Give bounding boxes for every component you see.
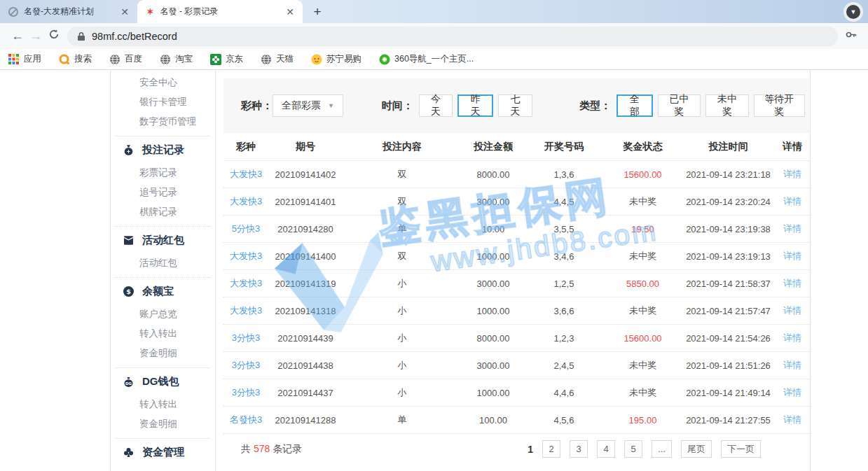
detail-link[interactable]: 详情 xyxy=(774,168,811,181)
pagination-bar: 共 578 条记录 1 2345...尾页下一页 xyxy=(223,434,810,464)
sidebar-divider xyxy=(115,438,211,439)
lottery-link[interactable]: 大发快3 xyxy=(223,250,268,262)
bet-time: 2021-09-14 21:57:47 xyxy=(682,306,774,316)
lottery-select[interactable]: 全部彩票 ▼ xyxy=(273,94,343,117)
address-bar[interactable]: 98mf.cc/betRecord xyxy=(67,27,838,46)
sidebar-section-活动红包[interactable]: 活动红包 xyxy=(111,231,215,249)
sidebar-item-银行卡管理[interactable]: 银行卡管理 xyxy=(111,92,215,112)
table-row: 大发快3202109141318小1000.003,6,6未中奖2021-09-… xyxy=(223,297,810,325)
bookmark-item[interactable]: 应用 xyxy=(8,53,41,65)
detail-link[interactable]: 详情 xyxy=(774,195,811,208)
type-filter-label: 类型： xyxy=(579,99,611,113)
sidebar-section-资金管理[interactable]: 资金管理 xyxy=(111,443,215,461)
detail-link[interactable]: 详情 xyxy=(774,250,811,262)
lottery-link[interactable]: 名發快3 xyxy=(223,414,268,426)
lottery-link[interactable]: 大发快3 xyxy=(223,195,268,208)
browser-tab-bet-record[interactable]: ✶ 名發 - 彩票记录 ✕ xyxy=(137,0,303,23)
tab-close-icon[interactable]: ✕ xyxy=(286,7,294,17)
detail-link[interactable]: 详情 xyxy=(774,414,811,426)
bet-time: 2021-09-14 23:21:18 xyxy=(682,169,774,180)
browser-window: 名發-大发精准计划 ✕ ✶ 名發 - 彩票记录 ✕ + ▼ ← → 98mf.c… xyxy=(0,0,868,471)
lottery-link[interactable]: 大发快3 xyxy=(223,277,268,290)
sidebar-divider xyxy=(115,136,211,136)
page-button-下一页[interactable]: 下一页 xyxy=(721,440,761,458)
detail-link[interactable]: 详情 xyxy=(774,332,811,344)
bookmark-item[interactable]: 百度 xyxy=(109,53,142,65)
sidebar-item-账户总览[interactable]: 账户总览 xyxy=(111,304,215,324)
bookmark-item[interactable]: 京东 xyxy=(210,53,243,65)
sidebar-section-DG钱包[interactable]: DGDG钱包 xyxy=(111,372,215,391)
sidebar-item-追号记录[interactable]: 追号记录 xyxy=(111,183,215,202)
sidebar-section-余额宝[interactable]: $余额宝 xyxy=(111,282,215,300)
detail-link[interactable]: 详情 xyxy=(774,359,811,372)
bet-amount: 3000.00 xyxy=(462,360,525,371)
tab-search-button[interactable]: ▼ xyxy=(843,2,863,22)
type-filter-button-已中奖[interactable]: 已中奖 xyxy=(658,94,701,117)
forward-button[interactable]: → xyxy=(27,29,45,43)
red-star-favicon: ✶ xyxy=(146,6,155,17)
detail-link[interactable]: 详情 xyxy=(774,223,811,235)
password-key-icon[interactable] xyxy=(845,29,857,43)
prize-status: 未中奖 xyxy=(603,386,682,399)
sidebar-item-转入转出[interactable]: 转入转出 xyxy=(111,395,215,414)
type-filter-button-等待开奖[interactable]: 等待开奖 xyxy=(754,94,805,117)
filter-bar: 彩种： 全部彩票 ▼ 时间： 今天昨天七天 类型： 全部已中奖未中奖等待开奖 xyxy=(223,78,810,133)
sidebar-item-资金明细[interactable]: 资金明细 xyxy=(111,344,215,363)
lottery-link[interactable]: 3分快3 xyxy=(223,359,268,372)
tab-close-icon[interactable]: ✕ xyxy=(120,7,129,17)
detail-link[interactable]: 详情 xyxy=(774,304,811,317)
page-button-5[interactable]: 5 xyxy=(624,440,642,458)
issue-number: 20210914439 xyxy=(268,333,343,344)
lottery-link[interactable]: 大发快3 xyxy=(223,168,268,181)
sidebar-item-棋牌记录[interactable]: 棋牌记录 xyxy=(111,202,215,222)
page-button-...[interactable]: ... xyxy=(652,440,672,458)
detail-link[interactable]: 详情 xyxy=(774,277,811,290)
detail-link[interactable]: 详情 xyxy=(774,386,811,399)
table-row: 3分快320210914439小8000.001,2,315600.002021… xyxy=(223,325,810,352)
prize-status: 未中奖 xyxy=(603,359,682,372)
table-row: 大发快3202109141319小3000.001,2,55850.002021… xyxy=(223,270,810,297)
time-filter-button-昨天[interactable]: 昨天 xyxy=(457,94,493,117)
chevron-down-icon: ▼ xyxy=(846,5,860,19)
prize-status: 15600.00 xyxy=(603,169,682,180)
tab-strip: 名發-大发精准计划 ✕ ✶ 名發 - 彩票记录 ✕ + ▼ xyxy=(0,0,868,23)
page-button-4[interactable]: 4 xyxy=(597,440,615,458)
browser-tab-plan[interactable]: 名發-大发精准计划 ✕ xyxy=(0,0,137,23)
issue-number: 20210914437 xyxy=(268,388,343,398)
type-filter-button-全部[interactable]: 全部 xyxy=(616,94,653,117)
back-button[interactable]: ← xyxy=(8,29,27,43)
issue-number: 20210914280 xyxy=(268,224,343,234)
sidebar-item-彩票记录[interactable]: 彩票记录 xyxy=(111,163,215,183)
sidebar-item-安全中心[interactable]: 安全中心 xyxy=(111,73,215,92)
sidebar-item-转入转出[interactable]: 转入转出 xyxy=(111,324,215,344)
bet-amount: 10.00 xyxy=(462,224,525,234)
lottery-link[interactable]: 3分快3 xyxy=(223,332,268,344)
bookmark-item[interactable]: 淘宝 xyxy=(160,53,193,65)
lottery-link[interactable]: 3分快3 xyxy=(223,386,268,399)
time-filter-button-今天[interactable]: 今天 xyxy=(419,94,453,117)
globe-icon xyxy=(109,54,120,65)
table-row: 大发快3202109141401双3000.004,4,5未中奖2021-09-… xyxy=(223,188,810,216)
lottery-link[interactable]: 大发快3 xyxy=(223,304,268,317)
bet-amount: 8000.00 xyxy=(462,333,525,344)
bookmark-item[interactable]: 苏宁易购 xyxy=(311,53,361,65)
page-button-尾页[interactable]: 尾页 xyxy=(681,440,712,458)
column-header: 投注时间 xyxy=(682,141,774,153)
time-filter-button-七天[interactable]: 七天 xyxy=(498,94,532,117)
page-button-2[interactable]: 2 xyxy=(542,440,560,458)
type-filter-button-未中奖[interactable]: 未中奖 xyxy=(705,94,749,117)
sidebar-item-活动红包[interactable]: 活动红包 xyxy=(111,253,215,273)
table-row: 大发快3202109141400双1000.003,4,6未中奖2021-09-… xyxy=(223,243,810,270)
page-button-3[interactable]: 3 xyxy=(570,440,588,458)
bookmark-item[interactable]: 360导航_一个主页... xyxy=(379,53,474,65)
bookmark-item[interactable]: 天猫 xyxy=(261,53,294,65)
bookmark-item[interactable]: 搜索 xyxy=(59,53,92,65)
bookmark-label: 京东 xyxy=(226,53,243,65)
bookmark-label: 360导航_一个主页... xyxy=(394,53,474,65)
lottery-link[interactable]: 5分快3 xyxy=(223,223,268,235)
sidebar-item-资金明细[interactable]: 资金明细 xyxy=(111,414,215,434)
new-tab-button[interactable]: + xyxy=(308,3,326,21)
reload-button[interactable] xyxy=(45,29,63,43)
sidebar-section-投注记录[interactable]: 投注记录 xyxy=(111,141,215,159)
sidebar-item-数字货币管理[interactable]: 数字货币管理 xyxy=(111,112,215,132)
